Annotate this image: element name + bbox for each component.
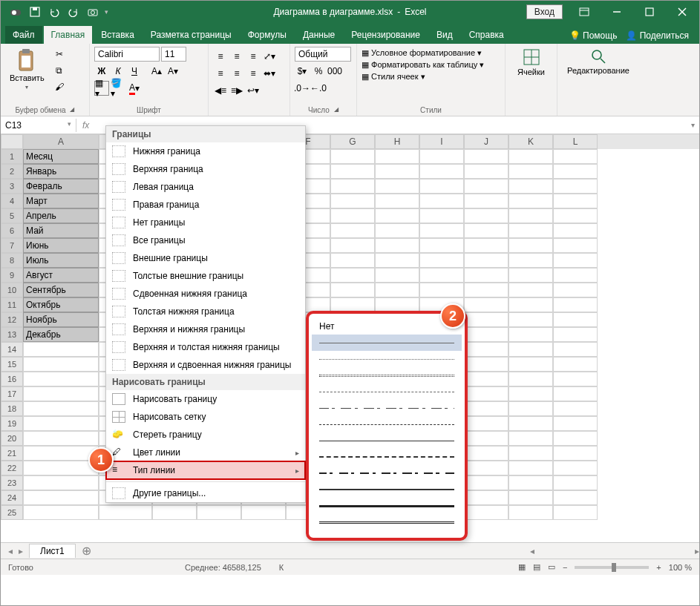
close-icon[interactable] — [671, 3, 693, 21]
line-style-option[interactable] — [312, 335, 462, 351]
cell[interactable] — [464, 223, 508, 238]
line-style-option[interactable] — [312, 432, 462, 449]
cell[interactable] — [464, 490, 508, 505]
row-header[interactable]: 15 — [1, 357, 23, 372]
align-right-icon[interactable]: ≡ — [246, 66, 261, 81]
row-header[interactable]: 5 — [1, 208, 23, 223]
maximize-icon[interactable] — [638, 3, 661, 21]
cell[interactable] — [419, 179, 464, 194]
wrap-text-icon[interactable]: ↩▾ — [246, 83, 261, 98]
fill-color-icon[interactable]: 🪣▾ — [111, 81, 125, 96]
merge-icon[interactable]: ⬌▾ — [262, 66, 277, 81]
cell[interactable] — [464, 208, 508, 223]
cell[interactable] — [464, 283, 508, 297]
comma-icon[interactable]: 000 — [327, 64, 342, 79]
row-header[interactable]: 19 — [1, 416, 23, 431]
cell[interactable]: Сентябрь — [23, 283, 99, 297]
cells-button[interactable]: Ячейки — [510, 47, 552, 78]
cell[interactable] — [508, 490, 553, 505]
cell[interactable] — [23, 386, 99, 401]
cell[interactable] — [375, 179, 419, 194]
underline-button[interactable]: Ч — [127, 64, 142, 79]
cell[interactable] — [553, 505, 598, 520]
cell[interactable] — [508, 446, 553, 461]
view-normal-icon[interactable]: ▦ — [518, 562, 526, 572]
align-center-icon[interactable]: ≡ — [229, 66, 244, 81]
borders-button[interactable]: ▦ ▾ — [94, 81, 109, 96]
add-sheet-button[interactable]: ⊕ — [82, 544, 91, 558]
row-header[interactable]: 9 — [1, 268, 23, 283]
cell[interactable] — [375, 268, 419, 283]
cell[interactable]: Апрель — [23, 208, 99, 223]
cell[interactable]: Декабрь — [23, 327, 99, 342]
cell[interactable] — [553, 401, 598, 416]
border-preset-item[interactable]: Верхняя и сдвоенная нижняя границы — [106, 356, 305, 374]
cell[interactable] — [464, 401, 508, 416]
cell[interactable] — [419, 149, 464, 164]
expand-formula-bar-icon[interactable]: ▾ — [686, 121, 699, 129]
format-as-table-button[interactable]: ▦ Форматировать как таблицу ▾ — [362, 60, 500, 70]
cell[interactable] — [419, 253, 464, 268]
italic-button[interactable]: К — [111, 64, 125, 79]
cell[interactable] — [23, 416, 99, 431]
cell[interactable] — [553, 327, 598, 342]
cell[interactable] — [464, 446, 508, 461]
cell[interactable]: Июнь — [23, 238, 99, 253]
cell[interactable]: Июль — [23, 253, 99, 268]
cell[interactable] — [464, 194, 508, 208]
signin-button[interactable]: Вход — [526, 4, 563, 19]
align-bottom-icon[interactable]: ≡ — [246, 49, 261, 64]
cell[interactable] — [508, 268, 553, 283]
cell[interactable] — [553, 283, 598, 297]
cell[interactable] — [508, 149, 553, 164]
align-left-icon[interactable]: ≡ — [213, 66, 228, 81]
paste-button[interactable]: Вставить ▾ — [5, 47, 49, 92]
row-header[interactable]: 11 — [1, 297, 23, 312]
cell[interactable] — [197, 505, 241, 520]
cell[interactable] — [553, 312, 598, 327]
line-style-option[interactable] — [312, 514, 462, 530]
row-header[interactable]: 13 — [1, 327, 23, 342]
cell[interactable] — [508, 505, 553, 520]
increase-indent-icon[interactable]: ≡▶ — [229, 83, 244, 98]
cell[interactable] — [508, 194, 553, 208]
border-preset-item[interactable]: Нет границы — [106, 214, 305, 231]
cell[interactable] — [464, 327, 508, 342]
row-header[interactable]: 4 — [1, 194, 23, 208]
cell[interactable] — [464, 312, 508, 327]
cell[interactable] — [464, 179, 508, 194]
cell[interactable] — [464, 149, 508, 164]
cell[interactable] — [508, 416, 553, 431]
cell[interactable] — [464, 372, 508, 386]
draw-border-item[interactable]: Нарисовать границу — [106, 390, 305, 408]
cell[interactable] — [553, 461, 598, 475]
cell[interactable]: Ноябрь — [23, 312, 99, 327]
cell[interactable] — [464, 342, 508, 357]
minimize-icon[interactable] — [606, 3, 628, 21]
cell[interactable] — [330, 194, 375, 208]
orientation-icon[interactable]: ⤢▾ — [262, 49, 277, 64]
tell-me[interactable]: 💡 Помощь — [569, 30, 618, 41]
cell[interactable] — [330, 149, 375, 164]
cell[interactable] — [375, 149, 419, 164]
line-style-item[interactable]: ≡Тип линии▸ — [106, 461, 305, 479]
cell[interactable] — [508, 283, 553, 297]
name-box[interactable]: C13▾ — [1, 119, 76, 132]
cell[interactable] — [508, 386, 553, 401]
cell[interactable] — [23, 490, 99, 505]
line-style-option[interactable] — [312, 367, 462, 383]
decrease-decimal-icon[interactable]: ←.0 — [311, 81, 326, 96]
tab-view[interactable]: Вид — [429, 26, 460, 44]
cell[interactable] — [508, 357, 553, 372]
line-style-option[interactable] — [312, 449, 462, 465]
line-style-option[interactable] — [312, 416, 462, 432]
col-header[interactable]: K — [508, 134, 553, 149]
row-header[interactable]: 20 — [1, 431, 23, 446]
cell[interactable] — [464, 461, 508, 475]
cell[interactable] — [23, 357, 99, 372]
cell[interactable] — [508, 208, 553, 223]
cell[interactable] — [241, 505, 286, 520]
col-header[interactable]: J — [464, 134, 508, 149]
editing-button[interactable]: Редактирование — [562, 47, 635, 76]
border-preset-item[interactable]: Все границы — [106, 231, 305, 249]
